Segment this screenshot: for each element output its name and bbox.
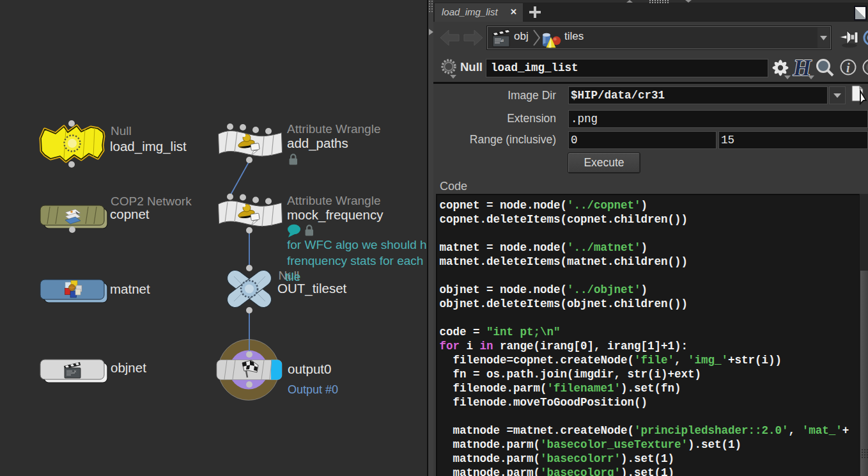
svg-text:mock_frequency: mock_frequency (287, 207, 384, 223)
svg-text:tile: tile (285, 270, 300, 283)
svg-text:Null: Null (111, 124, 132, 138)
svg-text:♫: ♫ (500, 38, 504, 42)
svg-text:H: H (793, 55, 812, 81)
svg-text:add_paths: add_paths (287, 136, 348, 151)
svg-text:COP2 Network: COP2 Network (111, 194, 192, 208)
svg-text:output0: output0 (288, 361, 331, 376)
svg-text:copnet: copnet (110, 207, 150, 221)
svg-text:objnet: objnet (111, 360, 146, 375)
svg-text:matnet: matnet (110, 282, 150, 296)
svg-text:Output #0: Output #0 (288, 383, 338, 396)
svg-text:Attribute Wrangle: Attribute Wrangle (287, 194, 380, 207)
svg-text:load_img_list: load_img_list (110, 139, 187, 154)
svg-text:i: i (846, 61, 850, 75)
svg-text:Attribute Wrangle: Attribute Wrangle (287, 122, 380, 136)
svg-text:for WFC algo we should ha: for WFC algo we should ha (287, 238, 427, 251)
svg-text:frenquency stats for each: frenquency stats for each (287, 254, 423, 267)
